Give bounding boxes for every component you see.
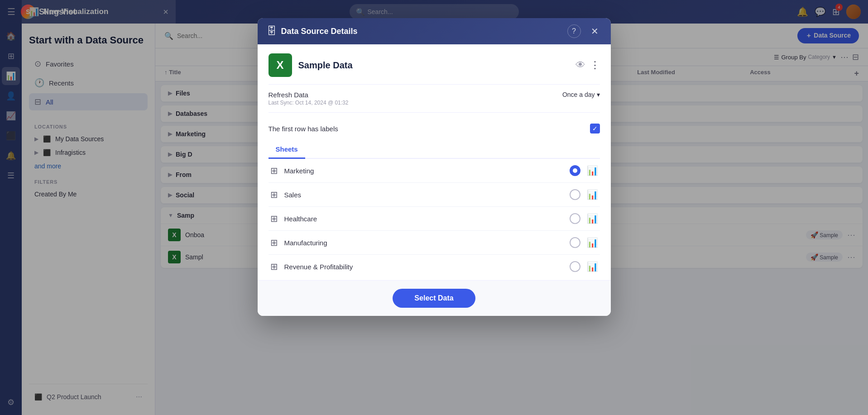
sheet-viz-icon-revenue[interactable]: 📊 [587, 261, 598, 272]
refresh-frequency-select[interactable]: Once a day ▾ [562, 91, 600, 98]
tab-sheets[interactable]: Sheets [269, 141, 305, 159]
modal-overlay: 🗄 Data Source Details ? ✕ X Sample Data … [0, 0, 868, 415]
sheet-item-manufacturing: ⊞ Manufacturing 📊 [269, 231, 600, 255]
data-source-details-modal: 🗄 Data Source Details ? ✕ X Sample Data … [258, 18, 611, 316]
datasource-name: Sample Data [298, 60, 569, 71]
sheet-name-healthcare: Healthcare [284, 215, 563, 223]
modal-footer: Select Data [258, 280, 611, 316]
modal-header: 🗄 Data Source Details ? ✕ [258, 18, 611, 44]
sheet-name-sales: Sales [284, 191, 563, 199]
sheet-name-revenue: Revenue & Profitability [284, 263, 563, 271]
refresh-sublabel: Last Sync: Oct 14, 2024 @ 01:32 [269, 100, 349, 106]
datasource-actions: 👁 ⋮ [575, 59, 600, 71]
refresh-frequency-label: Once a day [562, 91, 595, 98]
sheet-name-manufacturing: Manufacturing [284, 239, 563, 247]
refresh-row: Refresh Data Last Sync: Oct 14, 2024 @ 0… [269, 84, 600, 113]
sheet-grid-icon-manufacturing: ⊞ [270, 237, 278, 248]
first-row-label: The first row has labels [269, 125, 338, 133]
modal-body: X Sample Data 👁 ⋮ Refresh Data Last Sync… [258, 44, 611, 278]
sheet-item-revenue: ⊞ Revenue & Profitability 📊 [269, 255, 600, 278]
modal-close-button[interactable]: ✕ [588, 24, 602, 38]
modal-header-db-icon: 🗄 [267, 25, 277, 37]
excel-icon: X [269, 53, 292, 77]
modal-help-button[interactable]: ? [567, 24, 581, 38]
refresh-label: Refresh Data [269, 91, 349, 99]
sheet-viz-icon-marketing[interactable]: 📊 [587, 165, 598, 176]
sheet-radio-marketing[interactable] [570, 165, 580, 176]
sheet-radio-revenue[interactable] [570, 261, 580, 272]
sheet-grid-icon-healthcare: ⊞ [270, 213, 278, 224]
sheet-radio-manufacturing[interactable] [570, 237, 580, 248]
sheet-grid-icon-revenue: ⊞ [270, 261, 278, 272]
sheet-grid-icon-sales: ⊞ [270, 189, 278, 200]
datasource-more-icon[interactable]: ⋮ [590, 59, 600, 71]
datasource-header: X Sample Data 👁 ⋮ [269, 53, 600, 77]
sheet-viz-icon-sales[interactable]: 📊 [587, 189, 598, 200]
sheet-grid-icon-marketing: ⊞ [270, 165, 278, 176]
eye-slash-icon[interactable]: 👁 [575, 59, 585, 71]
chevron-down-refresh-icon: ▾ [597, 91, 600, 98]
modal-header-title: Data Source Details [281, 27, 563, 36]
first-row-row: The first row has labels ✓ [269, 119, 600, 138]
first-row-checkbox[interactable]: ✓ [590, 124, 600, 134]
sheet-item-healthcare: ⊞ Healthcare 📊 [269, 207, 600, 231]
sheet-radio-sales[interactable] [570, 189, 580, 200]
sheet-viz-icon-healthcare[interactable]: 📊 [587, 213, 598, 224]
sheets-tabs: Sheets [269, 141, 600, 159]
sheet-radio-healthcare[interactable] [570, 213, 580, 224]
select-data-button[interactable]: Select Data [393, 289, 475, 308]
sheet-item-marketing: ⊞ Marketing 📊 [269, 159, 600, 183]
sheet-viz-icon-manufacturing[interactable]: 📊 [587, 237, 598, 248]
sheet-item-sales: ⊞ Sales 📊 [269, 183, 600, 207]
refresh-info: Refresh Data Last Sync: Oct 14, 2024 @ 0… [269, 91, 349, 106]
sheets-list: ⊞ Marketing 📊 ⊞ Sales 📊 ⊞ Healthcare [269, 159, 600, 278]
sheet-name-marketing: Marketing [284, 167, 563, 175]
